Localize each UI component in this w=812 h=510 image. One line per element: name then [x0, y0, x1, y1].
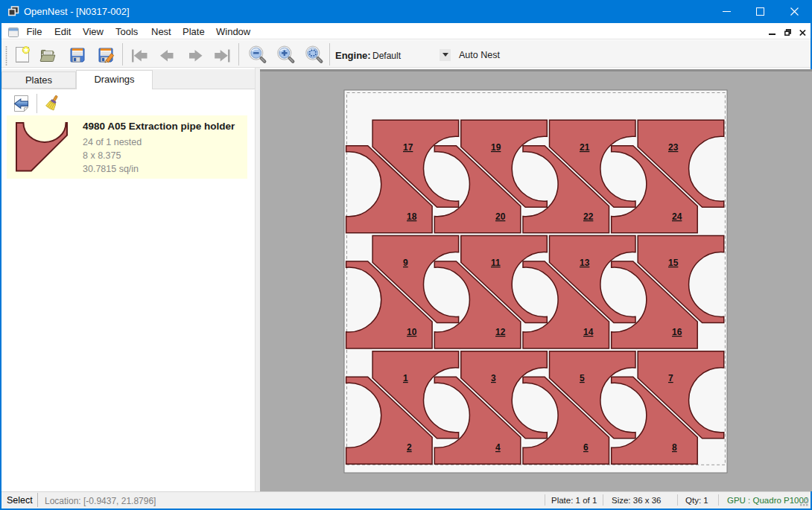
svg-text:2: 2	[407, 442, 412, 453]
svg-text:17: 17	[403, 142, 413, 153]
svg-text:10: 10	[407, 327, 417, 337]
svg-text:24: 24	[672, 211, 682, 222]
svg-text:21: 21	[580, 142, 590, 153]
svg-text:14: 14	[583, 327, 594, 337]
svg-text:9: 9	[403, 258, 408, 268]
svg-text:5: 5	[580, 373, 585, 383]
svg-text:3: 3	[491, 373, 496, 383]
svg-text:23: 23	[668, 142, 679, 153]
svg-text:13: 13	[580, 258, 590, 268]
svg-text:20: 20	[495, 211, 506, 222]
svg-text:11: 11	[491, 258, 501, 268]
svg-text:4: 4	[495, 442, 501, 453]
svg-text:12: 12	[495, 327, 506, 337]
svg-text:1: 1	[403, 373, 408, 383]
svg-text:8: 8	[672, 442, 677, 453]
svg-text:19: 19	[491, 142, 501, 153]
svg-text:7: 7	[668, 373, 673, 383]
svg-text:15: 15	[668, 258, 679, 268]
svg-text:6: 6	[583, 442, 589, 453]
svg-text:18: 18	[407, 211, 417, 222]
svg-text:16: 16	[672, 327, 682, 337]
svg-text:22: 22	[583, 211, 594, 222]
